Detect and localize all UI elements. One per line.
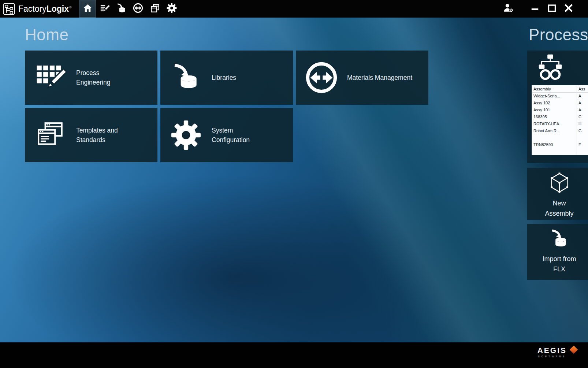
system-configuration-icon	[165, 120, 206, 150]
table-row[interactable]: Widget-Seria... A	[532, 93, 588, 100]
process-engineering-icon	[100, 3, 109, 15]
libraries-icon	[165, 63, 206, 93]
tile-materials-management[interactable]: Materials Management	[296, 51, 428, 105]
aegis-sub-text: SOFTWARE	[538, 355, 566, 358]
minimize-button[interactable]	[526, 0, 543, 18]
table-row	[532, 148, 588, 155]
templates-standards-icon	[30, 120, 71, 150]
templates-standards-icon	[150, 3, 160, 15]
minimize-icon	[530, 3, 540, 14]
aegis-brand-text: AEGIS	[537, 346, 567, 354]
maximize-button[interactable]	[543, 0, 560, 18]
new-assembly-icon	[548, 171, 571, 196]
table-row	[532, 134, 588, 141]
libraries-button[interactable]	[113, 0, 130, 18]
import-from-flx-label: Import from FLX	[541, 254, 578, 275]
table-row[interactable]: 168395 C	[532, 114, 588, 120]
materials-management-icon	[133, 3, 143, 15]
tile-label: System Configuration	[212, 126, 263, 145]
table-row[interactable]: ROTARY-HEA... H	[532, 120, 588, 127]
app-title: FactoryLogix®	[18, 4, 72, 14]
tile-label: Process Engineering	[76, 68, 127, 88]
assembly-table: Assembly Ass Widget-Seria... A Assy 102 …	[532, 85, 588, 155]
close-button[interactable]	[560, 0, 577, 18]
tile-label: Materials Management	[347, 73, 412, 82]
table-row[interactable]: Assy 102 A	[532, 100, 588, 107]
assembly-table-header: Assembly Ass	[532, 85, 588, 93]
import-from-flx-button[interactable]: Import from FLX	[527, 224, 588, 280]
table-row[interactable]: Robot Arm R... G	[532, 127, 588, 134]
table-row[interactable]: TRN82590 E	[532, 141, 588, 148]
system-configuration-button[interactable]	[163, 0, 180, 18]
new-assembly-label: New Assembly	[541, 198, 578, 219]
tile-templates-standards[interactable]: Templates and Standards	[25, 108, 157, 162]
footer-bar: AEGIS SOFTWARE	[0, 342, 588, 368]
libraries-icon	[116, 3, 126, 15]
titlebar-right-zone	[500, 0, 588, 18]
tile-libraries[interactable]: Libraries	[160, 51, 293, 105]
templates-standards-button[interactable]	[146, 0, 163, 18]
main-toolbar	[79, 0, 180, 18]
column-header: Ass	[577, 85, 588, 93]
new-assembly-button[interactable]: New Assembly	[527, 168, 588, 220]
maximize-icon	[547, 3, 557, 15]
materials-management-button[interactable]	[130, 0, 146, 18]
assemblies-panel: Assembly Ass Widget-Seria... A Assy 102 …	[527, 51, 588, 163]
aegis-logo: AEGIS SOFTWARE	[537, 346, 567, 358]
tile-label: Libraries	[212, 73, 236, 82]
table-row[interactable]: Assy 101 A	[532, 107, 588, 114]
app-logo-icon	[3, 3, 15, 15]
process-engineering-button[interactable]	[96, 0, 113, 18]
column-header: Assembly	[532, 85, 577, 93]
process-tree-icon	[535, 53, 566, 83]
import-flx-icon	[549, 228, 570, 251]
tile-label: Templates and Standards	[76, 126, 127, 145]
system-configuration-icon	[167, 3, 177, 15]
user-login-button[interactable]	[500, 0, 517, 18]
close-icon	[563, 3, 574, 15]
app-logo: FactoryLogix®	[0, 3, 79, 15]
tile-process-engineering[interactable]: Process Engineering	[25, 51, 157, 105]
process-engineering-icon	[30, 62, 71, 94]
materials-management-icon	[301, 62, 342, 94]
home-icon	[83, 3, 93, 15]
application-window: FactoryLogix®	[0, 0, 588, 368]
home-button[interactable]	[79, 0, 96, 18]
tile-system-configuration[interactable]: System Configuration	[160, 108, 293, 162]
user-status-icon	[503, 3, 514, 15]
page-title: Home	[25, 26, 68, 44]
right-panel-title: Process	[529, 26, 588, 44]
aegis-diamond-icon	[570, 346, 578, 354]
title-bar: FactoryLogix®	[0, 0, 588, 18]
